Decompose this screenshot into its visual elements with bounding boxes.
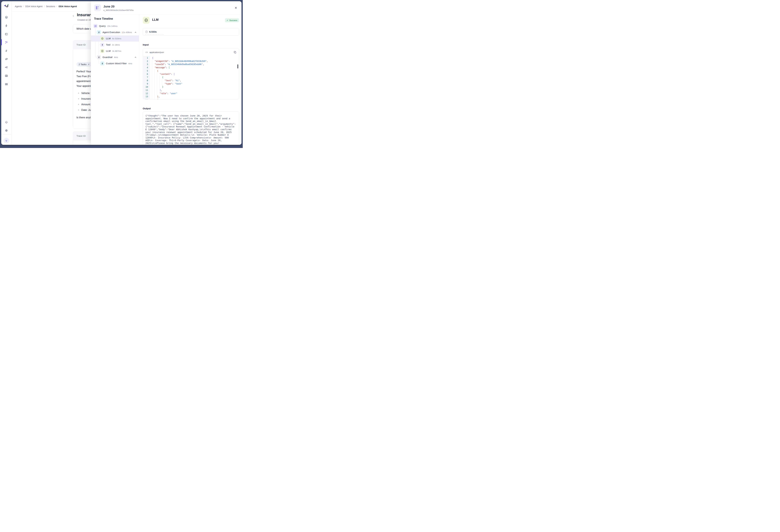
timeline-item-tool[interactable]: Tool 2s 16ms: [91, 42, 139, 48]
layout-icon: [5, 33, 8, 36]
chevron-up-icon[interactable]: [135, 56, 137, 58]
scrollbar-thumb[interactable]: [237, 64, 238, 68]
chat-bubble-icon: [93, 24, 97, 28]
duration-card: 6.533s: [143, 28, 239, 36]
desktop-frame: V Agents / DDA Voice Agent / Sessions / …: [0, 0, 243, 148]
back-button[interactable]: [71, 14, 75, 18]
user-avatar[interactable]: V: [4, 138, 9, 144]
input-json-card: application/json 1{2"aiAgentId": "e_6852…: [143, 48, 239, 99]
sidebar-item-apps[interactable]: [4, 82, 9, 87]
zap-icon: [97, 30, 101, 34]
zap-icon: [100, 61, 104, 65]
trace-drawer: June 20 e_6853363dc8c2cb3ee4387b5a ✕ Tra…: [91, 1, 242, 145]
app-window: V Agents / DDA Voice Agent / Sessions / …: [1, 1, 242, 145]
double-arrow-right-icon: [5, 49, 8, 52]
bullet-icon: [78, 98, 79, 99]
output-text-card[interactable]: {"thought":"The user has chosen June 20,…: [143, 111, 239, 145]
duration-underline: [145, 34, 163, 35]
bullet-icon: [78, 104, 79, 105]
timeline-item-llm-selected[interactable]: LLM 6s 533ms: [91, 36, 139, 42]
clock-icon: [145, 31, 148, 33]
timeline-item-query[interactable]: Query 15s 140ms: [91, 23, 139, 29]
drawer-header: June 20 e_6853363dc8c2cb3ee4387b5a ✕: [91, 1, 242, 15]
llm-icon-tile: [143, 17, 150, 24]
trace-timeline-icon: [96, 6, 99, 10]
sidebar-item-evaluate-active[interactable]: [4, 40, 9, 45]
span-detail-panel: LLM ✓ Success 6.533s Input application/j…: [139, 15, 242, 145]
status-badge: ✓ Success: [225, 18, 239, 22]
timeline-item-guardrail[interactable]: Guardrail 4ms: [91, 54, 139, 60]
settings-button[interactable]: [4, 128, 9, 133]
timeline-item-llm-2[interactable]: LLM 3s 887ms: [91, 48, 139, 54]
span-duration: 6.533s: [149, 31, 157, 33]
input-label: Input: [143, 43, 149, 46]
megaphone-icon: [5, 58, 8, 61]
breadcrumb-agents[interactable]: Agents: [15, 5, 22, 8]
sidebar-item-layers[interactable]: [4, 15, 9, 20]
timeline-heading: Trace Timeline: [94, 17, 113, 20]
sidebar-item-actions[interactable]: [4, 23, 9, 29]
sidebar-item-datasets[interactable]: [4, 73, 9, 78]
code-circle-icon: [100, 37, 104, 41]
trace-timeline-panel: Trace Timeline Query 15s 140ms: [91, 15, 139, 145]
copy-icon: [234, 51, 237, 54]
drawer-trace-id: e_6853363dc8c2cb3ee4387b5a: [103, 9, 134, 11]
code-circle-icon: [144, 18, 148, 22]
code-card-header: application/json: [143, 49, 239, 56]
sparkles-icon: [5, 41, 8, 44]
sidebar-item-workflows[interactable]: [4, 48, 9, 53]
bullet-icon: [78, 109, 79, 111]
code-lines: 1{2"aiAgentId": "e_6852dde404996a62f833b…: [143, 56, 239, 99]
chevron-up-icon[interactable]: [135, 31, 137, 33]
code-editor[interactable]: 1{2"aiAgentId": "e_6852dde404996a62f833b…: [143, 56, 239, 99]
app-logo: [4, 3, 9, 9]
timeline-item-agent-execution[interactable]: Agent Execution 12s 436ms: [91, 29, 139, 36]
timeline-item-custom-word-filter[interactable]: Custom Word Filter 4ms: [91, 60, 139, 66]
check-icon: ✓: [227, 19, 228, 21]
breadcrumb-sessions[interactable]: Sessions: [46, 5, 55, 8]
chevron-left-icon: [72, 14, 75, 17]
zap-icon: [5, 24, 8, 27]
bell-icon: [5, 121, 8, 124]
breadcrumb-agent[interactable]: DDA Voice Agent: [25, 5, 42, 8]
sidebar-item-dashboard[interactable]: [4, 32, 9, 37]
content-type-label: application/json: [149, 51, 164, 53]
layers-icon: [5, 16, 8, 19]
span-title: LLM: [152, 18, 158, 21]
notifications-button[interactable]: [4, 120, 9, 125]
output-label: Output: [143, 107, 151, 110]
grid-icon: [5, 83, 8, 86]
code-circle-icon: [100, 49, 104, 53]
gear-icon: [5, 129, 8, 132]
sidebar-item-campaigns[interactable]: [4, 56, 9, 62]
close-icon[interactable]: ✕: [234, 6, 238, 10]
zap-icon: [97, 55, 101, 59]
sidebar: V: [1, 1, 11, 145]
copy-button[interactable]: [234, 51, 237, 54]
table-icon: [5, 74, 8, 77]
code-icon: [145, 51, 148, 53]
active-item-indicator: [1, 39, 2, 45]
logo-icon: [4, 4, 9, 8]
tasks-badge[interactable]: 2 Tasks ↗: [77, 62, 92, 66]
drawer-title: June 20: [103, 5, 114, 8]
zap-icon: [100, 43, 104, 47]
share-network-icon: [5, 66, 8, 69]
bullet-icon: [78, 93, 79, 94]
trace-icon-tile: [94, 4, 101, 11]
arrow-up-right-icon: ↗: [88, 63, 90, 66]
breadcrumb-current: DDA Voice Agent: [59, 5, 77, 8]
sidebar-item-integrations[interactable]: [4, 65, 9, 70]
